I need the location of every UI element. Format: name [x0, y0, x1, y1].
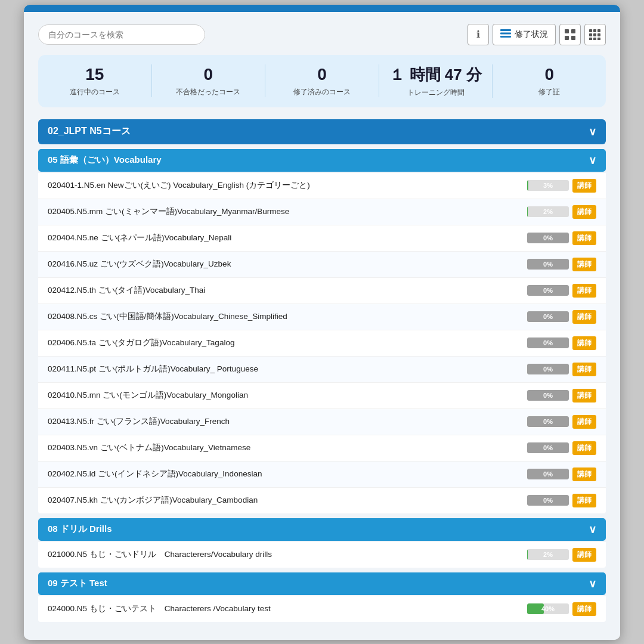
course-right: 0% 講師 [525, 231, 596, 245]
stat-training-time-label: トレーニング時間 [379, 88, 493, 98]
course-right: 0% 講師 [525, 336, 596, 350]
progress-bar: 0% [527, 469, 569, 479]
sensei-button[interactable]: 講師 [572, 415, 596, 429]
course-item: 020406.N5.ta ごい(タガログ語)Vocabulary_Tagalog… [38, 330, 606, 357]
sensei-button[interactable]: 講師 [572, 310, 596, 324]
stat-in-progress-label: 進行中のコース [38, 87, 151, 97]
progress-bar: 0% [527, 285, 569, 296]
stat-completed-number: 0 [265, 64, 379, 85]
sensei-button[interactable]: 講師 [572, 602, 596, 616]
course-right: 0% 講師 [525, 310, 596, 324]
progress-bar: 2% [527, 549, 569, 560]
stat-certificate-label: 修了証 [493, 87, 606, 97]
list-view-button[interactable] [584, 24, 606, 45]
svg-rect-15 [597, 38, 600, 40]
progress-text: 0% [527, 259, 569, 270]
section-jlpt-n5: 02_JLPT N5コース ∨ 05 語彙（ごい）Vocabulary ∨ 02… [38, 119, 606, 622]
subsection-header-vocabulary[interactable]: 05 語彙（ごい）Vocabulary ∨ [38, 149, 606, 172]
progress-text: 0% [527, 364, 569, 374]
stat-training-time: １ 時間 47 分 トレーニング時間 [379, 64, 493, 98]
sensei-button[interactable]: 講師 [572, 548, 596, 562]
sensei-button[interactable]: 講師 [572, 336, 596, 350]
progress-bar: 0% [527, 338, 569, 348]
course-right: 0% 講師 [525, 389, 596, 402]
sensei-button[interactable]: 講師 [572, 179, 596, 193]
top-bar [24, 5, 620, 12]
sensei-button[interactable]: 講師 [572, 494, 596, 507]
grid-view-button[interactable] [559, 24, 581, 45]
progress-text: 3% [527, 180, 569, 191]
sensei-button[interactable]: 講師 [572, 363, 596, 376]
sensei-button[interactable]: 講師 [572, 205, 596, 219]
sensei-button[interactable]: 講師 [572, 441, 596, 455]
course-item: 020413.N5.fr ごい(フランス語)Vocabulary_French … [38, 409, 606, 435]
main-container: ℹ 修了状況 [24, 5, 620, 640]
content-area: ℹ 修了状況 [24, 12, 620, 640]
sensei-button[interactable]: 講師 [572, 258, 596, 271]
course-name: 020406.N5.ta ごい(タガログ語)Vocabulary_Tagalog [48, 338, 525, 348]
svg-rect-10 [589, 33, 592, 36]
course-name: 020402.N5.id ごい(インドネシア語)Vocabulary_Indon… [48, 469, 525, 479]
progress-bar: 0% [527, 259, 569, 270]
subsection-title-drills: 08 ドリル Drills [48, 524, 112, 535]
course-item: 020411.N5.pt ごい(ポルトガル語)Vocabulary_ Portu… [38, 357, 606, 383]
subsection-title-test: 09 テスト Test [48, 578, 107, 589]
completion-status-button[interactable]: 修了状況 [493, 24, 556, 45]
course-right: 0% 講師 [525, 363, 596, 376]
course-name: 020410.N5.mn ごい(モンゴル語)Vocabulary_Mongoli… [48, 390, 525, 401]
progress-text: 0% [527, 285, 569, 296]
info-button[interactable]: ℹ [467, 24, 489, 45]
svg-rect-6 [571, 36, 575, 40]
course-right: 0% 講師 [525, 494, 596, 507]
svg-rect-7 [589, 29, 592, 32]
section-header-jlpt-n5[interactable]: 02_JLPT N5コース ∨ [38, 119, 606, 144]
stat-in-progress: 15 進行中のコース [38, 64, 152, 97]
svg-rect-14 [593, 38, 596, 40]
subsection-drills: 08 ドリル Drills ∨ 021000.N5 もじ・ごいドリル Chara… [38, 518, 606, 568]
svg-rect-1 [500, 32, 511, 34]
course-name: 020407.N5.kh ごい(カンボジア語)Vocabulary_Cambod… [48, 495, 525, 506]
progress-bar: 2% [527, 206, 569, 217]
progress-text: 0% [527, 495, 569, 506]
svg-rect-5 [565, 36, 569, 40]
stat-failed-label: 不合格だったコース [152, 87, 265, 97]
course-right: 0% 講師 [525, 467, 596, 481]
progress-text: 0% [527, 469, 569, 479]
search-input[interactable] [38, 24, 205, 45]
progress-text: 2% [527, 549, 569, 560]
header-buttons: ℹ 修了状況 [467, 24, 606, 45]
progress-text: 0% [527, 390, 569, 401]
course-item: 021000.N5 もじ・ごいドリル Characterers/Vocabula… [38, 542, 606, 568]
subsection-vocabulary: 05 語彙（ごい）Vocabulary ∨ 020401-1.N5.en New… [38, 149, 606, 513]
course-list-test: 024000.N5 もじ・ごいテスト Characterers /Vocabul… [38, 596, 606, 622]
stat-failed-number: 0 [152, 64, 265, 85]
sensei-button[interactable]: 講師 [572, 284, 596, 298]
svg-rect-8 [593, 29, 596, 32]
course-name: 020408.N5.cs ごい(中国語/簡体語)Vocabulary_Chine… [48, 311, 525, 322]
sensei-button[interactable]: 講師 [572, 231, 596, 245]
svg-rect-2 [500, 36, 511, 38]
svg-rect-4 [571, 29, 575, 33]
progress-bar: 0% [527, 311, 569, 322]
course-right: 40% 講師 [525, 602, 596, 616]
stat-certificate: 0 修了証 [493, 64, 606, 97]
sensei-button[interactable]: 講師 [572, 467, 596, 481]
svg-rect-0 [500, 29, 511, 31]
progress-bar: 0% [527, 390, 569, 401]
course-right: 0% 講師 [525, 284, 596, 298]
chevron-down-icon-vocab: ∨ [589, 154, 596, 167]
course-name: 020413.N5.fr ごい(フランス語)Vocabulary_French [48, 416, 525, 427]
course-name: 020412.N5.th ごい(タイ語)Vocabulary_Thai [48, 285, 525, 296]
chevron-down-icon-drills: ∨ [589, 523, 596, 536]
chevron-down-icon-test: ∨ [589, 577, 596, 590]
sensei-button[interactable]: 講師 [572, 389, 596, 402]
progress-text: 0% [527, 442, 569, 453]
subsection-header-test[interactable]: 09 テスト Test ∨ [38, 572, 606, 595]
stats-row: 15 進行中のコース 0 不合格だったコース 0 修了済みのコース １ 時間 4… [38, 55, 606, 107]
progress-bar: 3% [527, 180, 569, 191]
subsection-header-drills[interactable]: 08 ドリル Drills ∨ [38, 518, 606, 541]
course-name: 020403.N5.vn ごい(ベトナム語)Vocabulary_Vietnam… [48, 442, 525, 453]
stat-completed: 0 修了済みのコース [265, 64, 379, 97]
course-item: 024000.N5 もじ・ごいテスト Characterers /Vocabul… [38, 596, 606, 622]
progress-bar: 40% [527, 603, 569, 614]
